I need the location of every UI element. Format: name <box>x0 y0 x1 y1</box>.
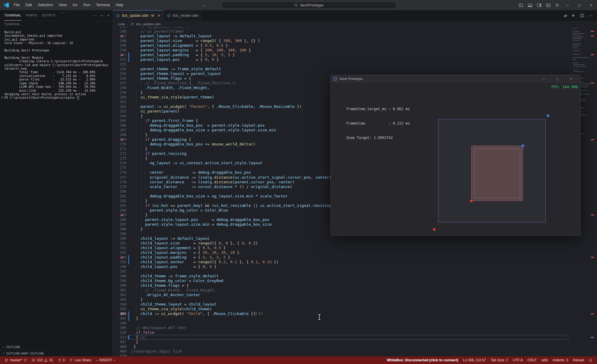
folded-code-ellipsis[interactable]: ⋯ <box>140 335 146 339</box>
code-line[interactable]: 247 parent_layout := default_layout <box>113 34 570 38</box>
menu-edit[interactable]: Edit <box>23 0 35 10</box>
terminal-line: ini.ps1 imported <box>4 38 111 41</box>
run-file-icon[interactable] <box>571 14 576 18</box>
status-cursor-position[interactable]: Ln 306, Col 57 <box>461 356 488 364</box>
code-line[interactable]: 303 } <box>113 297 570 302</box>
code-line[interactable]: 299 child_theme.bg_color = Color_GreyRed <box>113 279 570 283</box>
nav-back-icon[interactable]: ← <box>202 3 206 8</box>
code-line[interactable]: 291 child_layout.size = range2({ 0, 0 },… <box>113 241 570 246</box>
code-line[interactable]: 309 // Whitespace AST test <box>113 326 570 330</box>
status-indents[interactable]: Indents: 3 <box>550 356 571 364</box>
code-line[interactable]: 470 <box>113 354 570 356</box>
code-line[interactable]: 253 <box>113 62 570 67</box>
code-line[interactable]: 469//endregion Imgui Tick <box>113 349 570 354</box>
status-eol-sequence[interactable]: CRLF <box>525 356 539 364</box>
menu-terminal[interactable]: Terminal <box>93 0 113 10</box>
status-ports-forwarded[interactable]: 0 <box>56 356 67 364</box>
code-line[interactable]: 249 parent_layout.alignment = { 0.5, 0.5… <box>113 43 570 48</box>
status-live-share[interactable]: Live Share <box>67 356 93 364</box>
code-line[interactable]: 305 ui_theme_via_style(child_theme) <box>113 307 570 311</box>
code-line[interactable]: 310 if false <box>113 330 570 335</box>
sectr-minimize-button[interactable]: – <box>537 75 551 83</box>
command-center-search[interactable]: SectrPrototype <box>222 1 396 9</box>
window-minimize-button[interactable]: – <box>562 0 573 10</box>
code-line[interactable]: 297 <box>113 269 570 274</box>
code-line[interactable]: 295 child_layout.anchor = range2({ 0.2, … <box>113 260 570 264</box>
tab-tick_update.odin[interactable]: tick_update.odinM× <box>113 10 164 21</box>
breadcrumb-file[interactable]: tick_update.odin <box>136 22 161 26</box>
panel-tabs-overflow-icon[interactable]: ⋯ <box>60 10 64 21</box>
window-close-button[interactable]: × <box>585 0 597 10</box>
toggle-sidebar-right-icon[interactable] <box>537 3 541 8</box>
code-line[interactable]: 467 } <box>113 340 570 344</box>
open-changes-icon[interactable]: ⇄ <box>564 14 567 18</box>
code-line[interactable]: 293 child_layout.margins = { 20, 20, 20,… <box>113 250 570 255</box>
code-line[interactable]: ›311 {⋯ <box>113 335 570 340</box>
line-number: 278 <box>113 180 126 184</box>
status-reload[interactable]: Reload <box>571 356 586 364</box>
split-editor-icon[interactable] <box>580 14 584 18</box>
panel-more-actions-icon[interactable]: ⋯ <box>93 13 97 18</box>
panel-tab-ports[interactable]: PORTS <box>26 10 38 21</box>
toggle-sidebar-left-icon[interactable] <box>519 3 523 8</box>
code-line[interactable]: 250 parent_layout.margins = { 100, 100, … <box>113 48 570 53</box>
status-tab-size[interactable]: Tab Size: 2 <box>488 356 510 364</box>
status-problems[interactable]: 10231 <box>29 356 55 364</box>
sectr-close-button[interactable]: × <box>564 75 578 83</box>
code-line[interactable]: 296 child_layout.pos = { 0, 0 } <box>113 264 570 269</box>
sectr-window-titlebar[interactable]: Sectr Prototype –□× <box>331 75 580 83</box>
menu-view[interactable]: View <box>56 0 70 10</box>
menu-selection[interactable]: Selection <box>35 0 56 10</box>
titlebar-actions <box>519 0 559 10</box>
code-line[interactable]: 306 child := ui_widget( "Child", { .Mous… <box>113 311 570 316</box>
close-tab-icon[interactable]: × <box>158 13 160 18</box>
code-line[interactable]: 307 } <box>113 316 570 321</box>
code-line[interactable]: 292 child_layout.alignment = { 0.5, 0.5 … <box>113 246 570 250</box>
breadcrumb-folder[interactable]: code <box>118 22 125 26</box>
nav-forward-icon[interactable]: → <box>212 3 216 8</box>
code-line[interactable]: 304 child_theme.layout = child_layout <box>113 302 570 307</box>
terminal-output[interactable]: Build.ps1incremental_checks.ps1 imported… <box>0 28 113 343</box>
settings-gear-icon[interactable] <box>555 3 559 7</box>
code-line[interactable]: 300 child_theme.flags = { <box>113 283 570 288</box>
status-language-mode[interactable]: odin <box>539 356 551 364</box>
status-encoding[interactable]: UTF-8 <box>510 356 525 364</box>
code-line[interactable]: 252 parent_layout.pos = { 0, 0 } <box>113 57 570 62</box>
code-line[interactable]: 298 child_theme := frame_style_default <box>113 274 570 279</box>
panel-close-panel-icon[interactable]: × <box>107 13 110 18</box>
status-notifications[interactable] <box>586 356 595 364</box>
status-git-branch[interactable]: master* <box>2 356 29 364</box>
code-line[interactable]: 251 parent_layout.padding = { 5, 10, 5, … <box>113 53 570 57</box>
menu-help[interactable]: Help <box>113 0 126 10</box>
code-line[interactable]: 248 parent_layout.size = range2( { 300, … <box>113 38 570 43</box>
child-widget-box[interactable] <box>471 146 523 201</box>
status-whitebox-status[interactable]: WhiteBox: Disconnected (click to connect… <box>384 356 460 364</box>
code-line[interactable]: 290 child_layout := default_layout <box>113 236 570 241</box>
panel-tab-output[interactable]: OUTPUT <box>42 10 56 21</box>
breadcrumb[interactable]: code › tick_update.odin <box>113 21 597 27</box>
customize-layout-icon[interactable] <box>546 3 551 8</box>
menu-go[interactable]: Go <box>70 0 81 10</box>
code-line[interactable]: 468 } <box>113 344 570 349</box>
tab-tick_render.odin[interactable]: tick_render.odin <box>164 10 202 21</box>
code-line[interactable]: 254 parent_theme := frame_style_default <box>113 67 570 71</box>
code-line[interactable]: 246 // ui_parent(frame) <box>113 29 570 34</box>
menu-run[interactable]: Run <box>81 0 93 10</box>
code-line[interactable]: 245 // ui_parent( frame ) <box>113 27 570 29</box>
fold-chevron-icon[interactable]: › <box>127 335 129 340</box>
sectr-maximize-button[interactable]: □ <box>551 75 564 83</box>
menu-file[interactable]: File <box>11 0 23 10</box>
panel-section-outline[interactable]: ›OUTLINE <box>0 343 113 350</box>
code-line[interactable]: 302 .Origin_At_Anchor_Center <box>113 293 570 297</box>
panel-tab-terminal[interactable]: TERMINAL <box>4 10 21 21</box>
code-line[interactable]: 301 // .Fixed_Width, .Fixed_Height, <box>113 288 570 293</box>
more-actions-icon[interactable]: ⋯ <box>588 14 592 18</box>
window-maximize-button[interactable]: □ <box>573 0 585 10</box>
panel-chevron-down-icon[interactable] <box>100 14 104 17</box>
toggle-panel-icon[interactable] <box>528 3 532 8</box>
sectr-prototype-window[interactable]: Sectr Prototype –□× FPS: 164.998 frameti… <box>331 75 581 236</box>
code-line[interactable]: 308 <box>113 321 570 326</box>
panel-section-outline-map-outline[interactable]: ›OUTLINE MAP: OUTLINE <box>0 350 113 356</box>
status-vim-mode[interactable]: -- INSERT -- <box>94 356 118 364</box>
code-line[interactable]: 294 child_layout.padding = { 5, 5, 5, 5 … <box>113 255 570 260</box>
